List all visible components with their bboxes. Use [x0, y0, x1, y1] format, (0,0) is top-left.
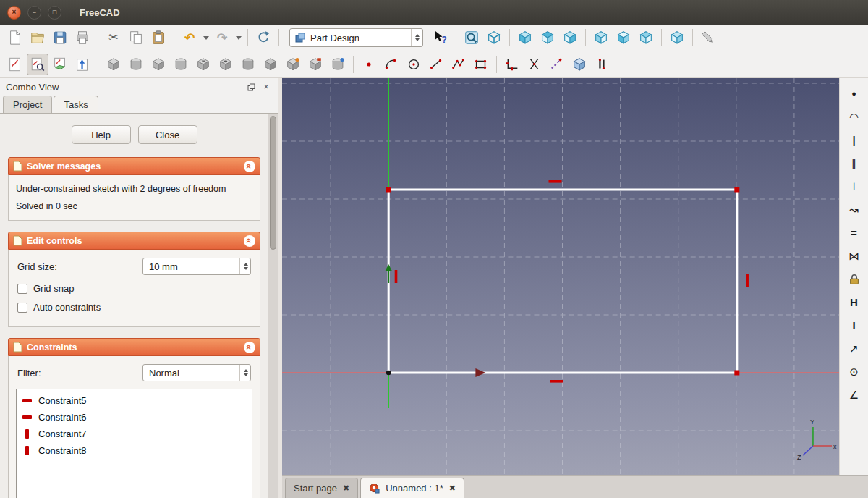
horizontal-constraint-marker-bottom[interactable]	[550, 380, 563, 383]
collapse-section-button[interactable]: «	[244, 161, 255, 172]
float-panel-button[interactable]	[245, 81, 257, 93]
constrain-vertical-distance-button[interactable]: I	[844, 316, 864, 335]
edit-sketch-button[interactable]	[27, 54, 48, 75]
create-arc-button[interactable]	[380, 54, 402, 75]
constraints-header[interactable]: Constraints «	[8, 338, 260, 356]
horizontal-constraint-marker-top[interactable]	[548, 180, 561, 183]
create-sketch-button[interactable]	[4, 54, 26, 75]
solver-messages-header[interactable]: Solver messages «	[8, 157, 260, 175]
constrain-vertical-button[interactable]: |	[844, 130, 864, 150]
constrain-block-button[interactable]	[844, 269, 864, 289]
tab-tasks[interactable]: Tasks	[54, 96, 98, 113]
mirrored-button[interactable]	[282, 54, 304, 75]
redo-button[interactable]: ↷	[211, 27, 233, 48]
print-button[interactable]	[72, 27, 93, 48]
constrain-symmetric-button[interactable]: ⋈	[844, 246, 864, 266]
close-tab-icon[interactable]: ✖	[449, 484, 456, 493]
rear-view-button[interactable]	[590, 27, 612, 48]
scrollbar-thumb[interactable]	[270, 116, 276, 250]
window-minimize-button[interactable]: −	[27, 6, 41, 20]
map-sketch-button[interactable]	[49, 54, 71, 75]
grid-size-select[interactable]: 10 mm	[142, 258, 251, 275]
constrain-radius-button[interactable]: ⊙	[844, 362, 864, 381]
constrain-lock-button[interactable]	[501, 54, 523, 75]
vertex-top-left[interactable]	[386, 187, 391, 193]
3d-viewport[interactable]: Y x Z	[282, 78, 839, 475]
titlebar[interactable]: × − □ FreeCAD	[0, 0, 868, 25]
sketch-canvas[interactable]: Y x Z	[282, 78, 839, 475]
tab-unnamed-document[interactable]: Unnamed : 1* ✖	[360, 478, 464, 498]
whats-this-button[interactable]: ?	[430, 27, 451, 48]
pocket-button[interactable]	[192, 54, 214, 75]
constrain-parallel-button[interactable]: ∥	[844, 153, 864, 173]
copy-button[interactable]	[125, 27, 147, 48]
workbench-selector[interactable]: Part Design	[289, 28, 423, 47]
new-document-button[interactable]	[4, 27, 26, 48]
pad-button[interactable]	[103, 54, 124, 75]
constraint-list[interactable]: Constraint5 Constraint6 Constraint7 Cons…	[16, 389, 252, 498]
front-view-button[interactable]	[514, 27, 536, 48]
create-line-button[interactable]	[425, 54, 447, 75]
list-item[interactable]: Constraint5	[18, 392, 250, 409]
right-view-button[interactable]	[559, 27, 581, 48]
collapse-section-button[interactable]: «	[244, 235, 255, 247]
tab-start-page[interactable]: Start page ✖	[285, 478, 358, 498]
help-button[interactable]: Help	[72, 125, 131, 144]
constrain-horizontal-distance-button[interactable]: H	[844, 292, 864, 312]
origin-point[interactable]	[386, 371, 391, 376]
list-item[interactable]: Constraint6	[18, 409, 250, 426]
additive-loft-button[interactable]	[148, 54, 169, 75]
toggle-construction-button[interactable]	[569, 54, 590, 75]
top-view-button[interactable]	[537, 27, 558, 48]
collapse-section-button[interactable]: «	[244, 342, 255, 353]
internal-alignment-button[interactable]	[591, 54, 613, 75]
create-rectangle-button[interactable]	[470, 54, 492, 75]
groove-button[interactable]	[237, 54, 259, 75]
external-geometry-button[interactable]	[546, 54, 568, 75]
constrain-coincident-button[interactable]: ●	[844, 84, 864, 104]
auto-constraints-checkbox[interactable]	[17, 303, 27, 313]
leave-sketch-button[interactable]	[72, 54, 93, 75]
vertical-constraint-marker-left[interactable]	[395, 270, 398, 283]
list-item[interactable]: Constraint7	[18, 426, 250, 442]
measure-distance-button[interactable]	[697, 27, 719, 48]
trim-edge-button[interactable]	[524, 54, 545, 75]
create-point-button[interactable]	[358, 54, 380, 75]
bottom-view-button[interactable]	[613, 27, 634, 48]
constrain-tangent-button[interactable]: ↝	[844, 200, 864, 219]
close-panel-button[interactable]: ×	[260, 81, 272, 93]
polar-pattern-button[interactable]	[327, 54, 349, 75]
grid-snap-checkbox[interactable]	[17, 284, 27, 294]
list-item[interactable]: Constraint8	[18, 442, 250, 459]
redo-dropdown-button[interactable]	[234, 27, 243, 48]
undo-dropdown-button[interactable]	[201, 27, 210, 48]
open-document-button[interactable]	[27, 27, 48, 48]
window-close-button[interactable]: ×	[7, 6, 21, 20]
vertex-top-right[interactable]	[734, 187, 739, 193]
cut-button[interactable]: ✂	[103, 27, 124, 48]
panel-scrollbar[interactable]	[268, 114, 278, 498]
refresh-button[interactable]	[252, 27, 274, 48]
close-tab-icon[interactable]: ✖	[343, 484, 349, 493]
revolution-button[interactable]	[125, 54, 147, 75]
paste-button[interactable]	[148, 27, 169, 48]
subtractive-loft-button[interactable]	[260, 54, 281, 75]
save-button[interactable]	[49, 27, 71, 48]
additive-pipe-button[interactable]	[170, 54, 192, 75]
axonometric-view-button[interactable]	[666, 27, 688, 48]
undo-button[interactable]: ↶	[179, 27, 200, 48]
isometric-view-button[interactable]	[483, 27, 505, 48]
constrain-equal-button[interactable]: =	[844, 223, 864, 242]
vertical-constraint-marker-right[interactable]	[746, 274, 749, 287]
constrain-distance-button[interactable]: ↗	[844, 339, 864, 358]
linear-pattern-button[interactable]	[305, 54, 326, 75]
window-maximize-button[interactable]: □	[48, 6, 61, 20]
vertex-bottom-right[interactable]	[734, 371, 739, 376]
constrain-point-on-object-button[interactable]: ◠	[844, 107, 864, 127]
constrain-perpendicular-button[interactable]: ⊥	[844, 177, 864, 196]
constrain-angle-button[interactable]: ∠	[844, 385, 864, 405]
filter-select[interactable]: Normal	[142, 364, 251, 381]
create-circle-button[interactable]	[403, 54, 425, 75]
fit-all-button[interactable]	[461, 27, 482, 48]
tab-project[interactable]: Project	[3, 96, 52, 113]
